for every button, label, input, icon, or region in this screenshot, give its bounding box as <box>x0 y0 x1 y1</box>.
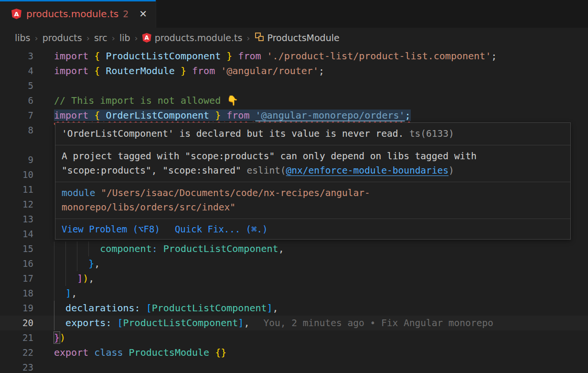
token <box>54 243 100 254</box>
token: { <box>94 110 100 121</box>
token <box>158 243 163 254</box>
tab-bar: A products.module.ts 2 ✕ <box>0 0 588 28</box>
rule-link[interactable]: @nx/enforce-module-boundaries <box>286 165 449 176</box>
line-number[interactable]: 20 <box>0 316 33 330</box>
token <box>54 273 77 284</box>
token <box>215 65 221 77</box>
token <box>123 347 129 358</box>
line-number[interactable]: 9 <box>0 153 33 167</box>
token: ProductListComponent <box>163 243 278 254</box>
code-editor[interactable]: 3import { ProductListComponent } from '.… <box>0 48 588 373</box>
hover-text: 'OrderListComponent' is declared but its… <box>62 128 404 139</box>
line-number[interactable]: 16 <box>0 256 33 271</box>
breadcrumb-item-productsmodule[interactable]: ProductsModule <box>255 32 340 44</box>
token: import <box>54 110 88 121</box>
token: } <box>215 110 221 121</box>
breadcrumb-label: ProductsModule <box>267 33 340 43</box>
line-number[interactable]: 7 <box>0 108 33 123</box>
tab-products-module[interactable]: A products.module.ts 2 ✕ <box>0 0 156 28</box>
line-number[interactable]: 4 <box>0 64 33 78</box>
vscode-window: A products.module.ts 2 ✕ libs›products›s… <box>0 0 588 373</box>
breadcrumb-label: lib <box>119 33 130 43</box>
token: ProductListComponent <box>106 50 221 62</box>
token: ProductListComponent <box>123 317 238 329</box>
token: ProductListComponent <box>152 302 267 314</box>
token <box>232 50 238 62</box>
token: ; <box>491 50 497 62</box>
quick-fix-action[interactable]: Quick Fix... (⌘.) <box>175 222 267 236</box>
token: from <box>226 110 249 121</box>
line-number[interactable]: 12 <box>0 197 33 212</box>
hover-popup: 'OrderListComponent' is declared but its… <box>55 122 571 240</box>
code-line-7: 7import { OrderListComponent } from '@an… <box>0 108 588 123</box>
token: , <box>273 302 278 314</box>
line-number[interactable]: 11 <box>0 182 33 197</box>
token <box>54 317 65 329</box>
token: : <box>152 243 158 254</box>
tab-title: products.module.ts <box>26 8 118 20</box>
code-text: }) <box>54 330 65 345</box>
token: component <box>100 243 151 254</box>
code-text: import { OrderListComponent } from '@ang… <box>54 108 411 123</box>
token <box>54 302 65 314</box>
breadcrumb-separator-icon: › <box>86 33 90 43</box>
breadcrumb-item-src[interactable]: src <box>94 33 107 43</box>
token <box>88 347 94 358</box>
token: ) <box>83 273 88 284</box>
breadcrumb-item-lib[interactable]: lib <box>119 33 130 43</box>
close-icon[interactable]: ✕ <box>137 7 149 21</box>
code-line-6: 6// This import is not allowed 👇 <box>0 93 588 108</box>
breadcrumb-item-products-module-ts[interactable]: Aproducts.module.ts <box>142 33 243 43</box>
angular-icon: A <box>11 9 21 19</box>
breadcrumb-separator-icon: › <box>35 33 38 43</box>
line-number[interactable]: 8 <box>0 123 33 138</box>
line-number[interactable]: 17 <box>0 271 33 286</box>
token: // This import is not allowed <box>54 95 226 106</box>
breadcrumb-separator-icon: › <box>112 33 115 43</box>
line-number[interactable]: 22 <box>0 345 33 360</box>
line-number[interactable]: 6 <box>0 93 33 108</box>
breadcrumb-item-libs[interactable]: libs <box>15 33 31 43</box>
token: RouterModule <box>106 65 175 77</box>
line-number[interactable]: 10 <box>0 167 33 182</box>
token: from <box>238 50 261 62</box>
token <box>209 347 215 358</box>
hover-text: eslint( <box>246 165 286 176</box>
view-problem-action[interactable]: View Problem (⌥F8) <box>62 222 160 236</box>
line-number[interactable]: 5 <box>0 78 33 93</box>
code-line-19: 19 declarations: [ProductListComponent], <box>0 301 588 316</box>
token <box>175 65 181 77</box>
problems-count-badge: 2 <box>123 9 128 19</box>
hover-text: ) <box>449 165 454 176</box>
breadcrumb-separator-icon: › <box>246 33 250 43</box>
token: class <box>94 347 123 358</box>
code-line-22: 22export class ProductsModule {} <box>0 345 588 360</box>
code-line-5: 5 <box>0 78 588 93</box>
line-number[interactable]: 15 <box>0 241 33 256</box>
line-number[interactable]: 23 <box>0 360 33 373</box>
code-text: import { ProductListComponent } from './… <box>54 49 497 64</box>
line-number[interactable]: 14 <box>0 227 33 241</box>
token <box>140 302 146 314</box>
token: , <box>88 273 94 284</box>
token: } <box>88 258 94 269</box>
line-number[interactable]: 3 <box>0 49 33 64</box>
breadcrumb-separator-icon: › <box>135 33 138 43</box>
token <box>100 65 106 77</box>
code-text: }, <box>54 256 100 271</box>
line-number[interactable]: 19 <box>0 301 33 316</box>
breadcrumb-item-products[interactable]: products <box>43 33 82 43</box>
token <box>88 110 94 121</box>
line-number[interactable]: 13 <box>0 212 33 227</box>
line-number[interactable]: 18 <box>0 286 33 301</box>
code-text: ], <box>54 286 77 301</box>
token: } <box>181 65 186 77</box>
line-number[interactable]: 21 <box>0 330 33 345</box>
token: '@angular/router' <box>221 65 319 77</box>
code-line-20: 20 exports: [ProductListComponent],You, … <box>0 316 588 330</box>
token: 👇 <box>226 95 238 106</box>
token <box>221 50 226 62</box>
angular-icon: A <box>142 33 151 43</box>
breadcrumb: libs›products›src›lib›Aproducts.module.t… <box>0 28 588 48</box>
token: ; <box>319 65 324 77</box>
